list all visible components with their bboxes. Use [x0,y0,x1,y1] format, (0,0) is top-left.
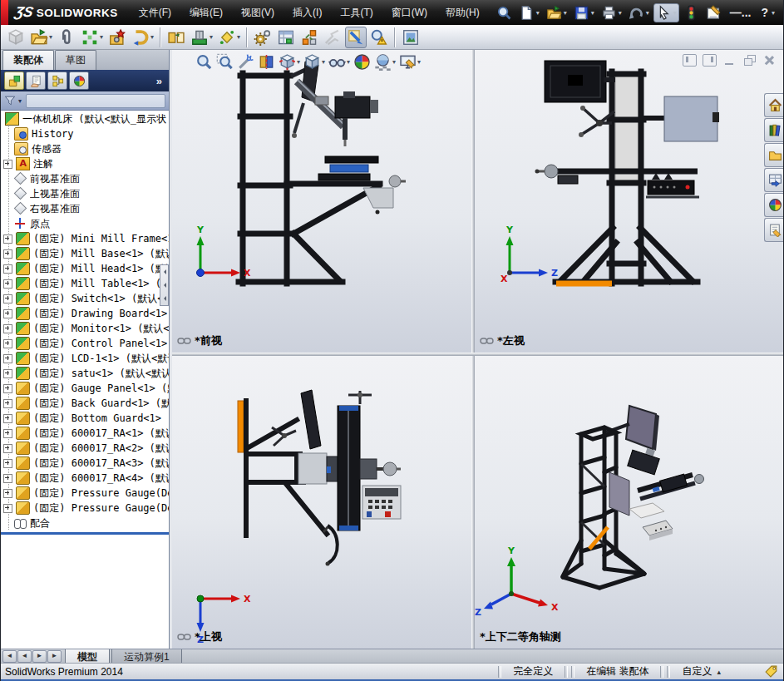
tree-item[interactable]: 前视基准面 [1,171,169,186]
save-dropdown[interactable]: ▾ [591,9,594,17]
tree-item[interactable]: (固定) Monitor<1> (默认<默 [1,321,169,336]
assembly-features-button[interactable]: ▾ [189,27,214,48]
hide-show-items-button[interactable]: ▾ [327,52,352,72]
hide-show-items-dropdown[interactable]: ▾ [347,58,350,66]
filter-icon[interactable] [4,95,16,106]
expander-icon[interactable] [3,399,12,408]
open-file-button[interactable]: ▾ [544,3,570,22]
expander-icon[interactable] [3,369,12,378]
expander-icon[interactable] [3,444,12,453]
expander-icon[interactable] [3,489,12,498]
tree-item[interactable]: (固定) Mill Head<1> (默认< [1,261,169,276]
tree-item[interactable]: (固定) LCD-1<1> (默认<默认 [1,351,169,366]
expander-icon[interactable] [3,249,12,259]
toolbar-overflow-button[interactable]: —... [726,4,756,21]
tree-item[interactable]: (固定) Control Panel<1> ( [1,336,169,351]
expander-icon[interactable] [3,384,12,393]
mate-button[interactable] [56,27,77,48]
display-style-dropdown[interactable]: ▾ [322,58,325,66]
displaymanager-tab-button[interactable] [69,72,89,90]
preview-window-button[interactable] [400,27,422,48]
expander-icon[interactable] [3,414,12,423]
tree-item[interactable]: (固定) Bottom Guard<1> (默 [1,411,169,426]
apply-scene-button[interactable]: ▾ [372,52,397,72]
expander-icon[interactable] [3,429,12,438]
viewport-horizontal-splitter[interactable] [172,353,784,356]
move-component-dropdown[interactable]: ▾ [150,33,154,41]
open-file-dropdown[interactable]: ▾ [564,9,567,17]
options-button[interactable] [703,3,724,22]
move-component-button[interactable]: ▾ [130,27,155,48]
status-custom-expand-icon[interactable]: ▴ [717,668,721,676]
expander-icon[interactable] [3,160,12,169]
tree-item[interactable]: History [1,126,169,141]
tree-item[interactable]: (固定) Mill Base<1> (默认< [1,246,169,261]
tree-item[interactable]: (固定) Drawing Board<1> ( [1,306,169,321]
tree-item[interactable]: (固定) 600017_RA<2> (默认 [1,441,169,456]
rebuild-button[interactable] [681,3,702,22]
zoom-to-fit-button[interactable] [194,52,214,72]
new-motion-study-button[interactable] [252,27,274,48]
tree-item[interactable]: 传感器 [1,141,169,156]
reference-geometry-dropdown[interactable]: ▾ [237,33,240,41]
show-hidden-components-button[interactable] [165,27,187,48]
new-file-button[interactable]: ▾ [516,3,542,22]
undo-dropdown[interactable]: ▾ [646,9,649,17]
reference-geometry-button[interactable]: ▾ [216,27,242,48]
previous-view-button[interactable] [235,52,256,72]
tree-item[interactable]: (固定) Back Guard<1> (默认 [1,396,169,411]
filter-dropdown[interactable]: ▾ [18,97,22,105]
tree-item[interactable]: (固定) Pressure Gauge(Def [1,501,169,516]
select-button[interactable]: ▾ [653,3,679,22]
expander-icon[interactable] [3,234,12,244]
menu-item[interactable]: 文件(F) [130,0,180,25]
menu-item[interactable]: 视图(V) [232,0,284,25]
tree-item[interactable]: 右视基准面 [1,201,169,216]
tree-item[interactable]: 注解 [1,156,169,171]
menu-item[interactable]: 插入(I) [284,0,331,25]
nav-last-button[interactable]: ► [47,650,62,663]
expander-icon[interactable] [3,279,12,289]
apply-scene-dropdown[interactable]: ▾ [392,58,396,66]
tab-sketch[interactable]: 草图 [55,50,96,70]
expander-icon[interactable] [3,294,12,303]
status-custom[interactable]: 自定义 ▴ [672,664,731,679]
assembly-features-dropdown[interactable]: ▾ [210,33,213,41]
display-style-button[interactable]: ▾ [302,52,327,72]
select-dropdown[interactable]: ▾ [673,9,677,17]
undo-button[interactable]: ▾ [626,3,652,22]
insert-components-button[interactable]: ▾ [28,27,54,48]
doc-restore[interactable] [742,54,757,67]
expander-icon[interactable] [3,309,12,318]
help-button[interactable]: ?▾ [757,4,777,21]
tree-item[interactable]: (固定) 600017_RA<4> (默认 [1,471,169,486]
propertymanager-tab-button[interactable] [26,72,46,90]
expander-icon[interactable] [3,459,12,468]
doc-minimize[interactable] [722,54,737,67]
print-button[interactable]: ▾ [599,3,624,22]
design-library-button[interactable] [764,118,784,142]
rollback-bar[interactable] [1,532,169,535]
search-button[interactable] [494,3,515,22]
tree-item[interactable]: (固定) Switch<1> (默认<默 [1,291,169,306]
expander-icon[interactable] [3,324,12,333]
appearances-scenes-button[interactable] [764,193,784,217]
new-file-dropdown[interactable]: ▾ [536,9,540,17]
expander-icon[interactable] [3,339,12,348]
menu-item[interactable]: 窗口(W) [382,0,436,25]
save-button[interactable]: ▾ [571,3,597,22]
tree-item[interactable]: (固定) 600017_RA<1> (默认 [1,426,169,441]
viewport-right-toggle[interactable] [703,54,717,67]
expander-icon[interactable] [3,354,12,363]
view-settings-button[interactable]: ▾ [397,52,422,72]
view-orientation-dropdown[interactable]: ▾ [297,58,300,66]
viewport-front[interactable]: Y X *前视 [172,50,471,353]
tree-flyout-handle[interactable] [160,264,169,306]
edit-appearance-button[interactable] [352,52,372,72]
expander-icon[interactable] [3,474,12,483]
viewport-top[interactable]: X Z *上视 [172,356,471,649]
nav-next-button[interactable]: ► [32,650,47,663]
exploded-view-button[interactable] [298,27,320,48]
insert-components-dropdown[interactable]: ▾ [49,33,52,41]
bill-of-materials-button[interactable] [275,27,297,48]
